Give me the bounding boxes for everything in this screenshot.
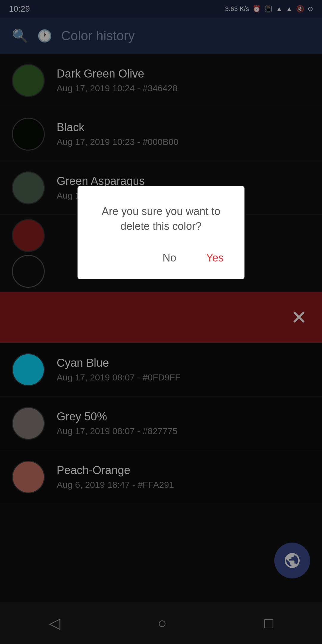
confirm-dialog: Are you sure you want to delete this col… <box>78 186 244 279</box>
yes-button[interactable]: Yes <box>200 249 230 267</box>
no-button[interactable]: No <box>157 249 182 267</box>
dialog-overlay: Are you sure you want to delete this col… <box>0 0 322 644</box>
dialog-message: Are you sure you want to delete this col… <box>92 204 230 234</box>
dialog-buttons: No Yes <box>92 249 230 267</box>
